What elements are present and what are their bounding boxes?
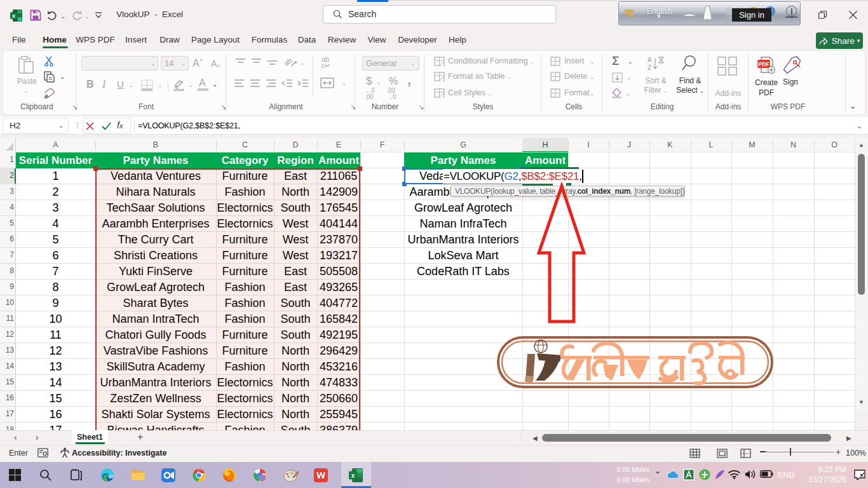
svg-text:A: A: [648, 57, 652, 64]
svg-text:x: x: [351, 472, 355, 479]
svg-text:Z: Z: [648, 64, 651, 71]
svg-text:PDF: PDF: [758, 61, 770, 67]
svg-text:x: x: [12, 13, 15, 19]
